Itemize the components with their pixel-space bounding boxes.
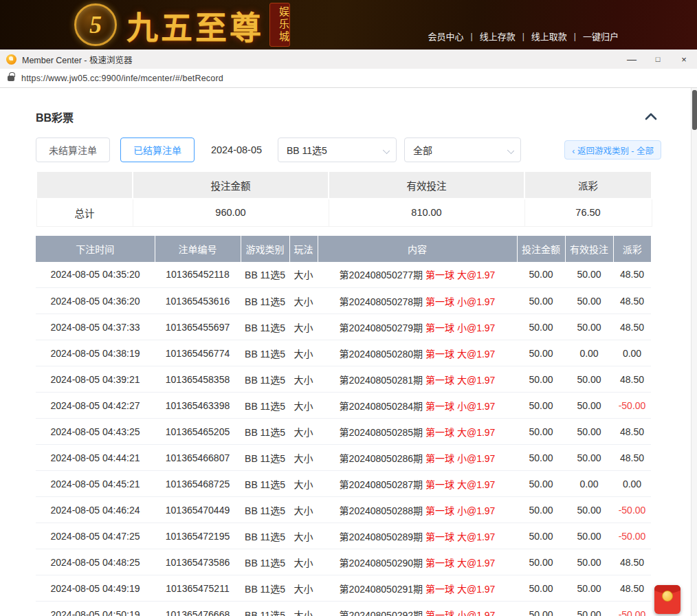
game-select-value: BB 11选5 bbox=[287, 143, 327, 157]
gold-coin-icon bbox=[662, 591, 673, 602]
cell-bet: 50.00 bbox=[517, 393, 565, 419]
cell-content: 第202408050281期第一球 大@1.97 bbox=[318, 366, 517, 393]
cell-time: 2024-08-05 04:44:21 bbox=[36, 445, 155, 471]
cell-valid: 50.00 bbox=[565, 314, 613, 340]
scrollbar-track[interactable] bbox=[691, 88, 697, 616]
cell-bet: 50.00 bbox=[517, 419, 565, 445]
cell-bet: 50.00 bbox=[517, 262, 565, 288]
cell-valid: 50.00 bbox=[565, 575, 613, 602]
cell-time: 2024-08-05 04:38:19 bbox=[36, 340, 155, 366]
nav-online-withdraw[interactable]: 线上取款 bbox=[531, 30, 567, 43]
settled-bets-button[interactable]: 已结算注单 bbox=[120, 138, 195, 162]
cell-order_id: 101365465205 bbox=[155, 419, 241, 445]
cell-time: 2024-08-05 04:47:25 bbox=[36, 523, 155, 549]
cell-bet: 50.00 bbox=[517, 445, 565, 471]
cell-bet: 50.00 bbox=[517, 314, 565, 340]
lock-icon bbox=[8, 76, 14, 81]
cell-play: 大小 bbox=[289, 419, 318, 445]
cell-time: 2024-08-05 04:50:19 bbox=[36, 602, 155, 616]
red-envelope-icon[interactable] bbox=[654, 585, 681, 614]
pick-text: 第一球 大@1.97 bbox=[425, 375, 495, 386]
table-row: 2024-08-05 04:42:27101365463398BB 11选5大小… bbox=[36, 393, 651, 419]
summary-header-payout: 派彩 bbox=[524, 171, 652, 199]
cell-payout: 48.50 bbox=[613, 549, 651, 575]
cell-game: BB 11选5 bbox=[241, 471, 289, 497]
cell-payout: 48.50 bbox=[613, 262, 651, 288]
cell-payout: 48.50 bbox=[613, 445, 651, 471]
cell-play: 大小 bbox=[289, 393, 318, 419]
cell-game: BB 11选5 bbox=[241, 602, 289, 616]
cell-bet: 50.00 bbox=[517, 366, 565, 393]
browser-urlbar[interactable]: https://www.jw05.cc:9900/infe/mcenter/#/… bbox=[0, 69, 697, 88]
cell-time: 2024-08-05 04:46:24 bbox=[36, 497, 155, 523]
cell-bet: 50.00 bbox=[517, 288, 565, 314]
back-to-category-button[interactable]: ‹ 返回游戏类别 - 全部 bbox=[564, 140, 661, 160]
table-row: 2024-08-05 04:35:20101365452118BB 11选5大小… bbox=[36, 262, 651, 288]
top-nav: 会员中心 | 线上存款 | 线上取款 | 一键归户 bbox=[428, 30, 619, 43]
nav-separator: | bbox=[522, 32, 524, 41]
scope-select-value: 全部 bbox=[413, 143, 432, 157]
bet-table: 下注时间注单编号游戏类别玩法内容投注金额有效投注派彩 2024-08-05 04… bbox=[36, 236, 651, 616]
cell-bet: 50.00 bbox=[517, 523, 565, 549]
scrollbar-thumb[interactable] bbox=[692, 90, 697, 130]
summary-total-label: 总计 bbox=[36, 199, 133, 226]
unsettled-bets-button[interactable]: 未结算注单 bbox=[36, 138, 110, 162]
summary-header-blank bbox=[36, 171, 133, 199]
url-text[interactable]: https://www.jw05.cc:9900/infe/mcenter/#/… bbox=[21, 74, 223, 83]
period-text: 第202408050290期 bbox=[340, 558, 423, 569]
cell-payout: 48.50 bbox=[613, 288, 651, 314]
table-row: 2024-08-05 04:50:19101365476668BB 11选5大小… bbox=[36, 602, 651, 616]
table-row: 2024-08-05 04:38:19101365456774BB 11选5大小… bbox=[36, 340, 651, 366]
column-header: 派彩 bbox=[613, 236, 651, 262]
table-row: 2024-08-05 04:47:25101365472195BB 11选5大小… bbox=[36, 523, 651, 549]
site-banner: 5 九五至尊 娱乐城 会员中心 | 线上存款 | 线上取款 | 一键归户 bbox=[0, 0, 697, 50]
cell-content: 第202408050291期第一球 大@1.97 bbox=[318, 575, 517, 602]
summary-bet-amount: 960.00 bbox=[133, 199, 329, 226]
cell-payout: 0.00 bbox=[613, 471, 651, 497]
cell-content: 第202408050279期第一球 小@1.97 bbox=[318, 314, 517, 340]
cell-payout: -50.00 bbox=[613, 497, 651, 523]
cell-order_id: 101365458358 bbox=[155, 366, 241, 393]
period-text: 第202408050284期 bbox=[340, 401, 423, 412]
nav-online-deposit[interactable]: 线上存款 bbox=[480, 30, 516, 43]
logo-text: 九五至尊 bbox=[126, 2, 264, 47]
minimize-button[interactable]: — bbox=[619, 50, 645, 69]
cell-bet: 50.00 bbox=[517, 471, 565, 497]
cell-valid: 50.00 bbox=[565, 262, 613, 288]
panel-title: BB彩票 bbox=[36, 109, 74, 125]
table-row: 2024-08-05 04:39:21101365458358BB 11选5大小… bbox=[36, 366, 651, 393]
cell-bet: 50.00 bbox=[517, 549, 565, 575]
cell-game: BB 11选5 bbox=[241, 523, 289, 549]
cell-valid: 50.00 bbox=[565, 288, 613, 314]
cell-play: 大小 bbox=[289, 575, 318, 602]
browser-titlebar: Member Center - 极速浏览器 — □ × bbox=[0, 50, 697, 69]
date-picker[interactable]: 2024-08-05 bbox=[206, 144, 267, 155]
bet-table-body: 2024-08-05 04:35:20101365452118BB 11选5大小… bbox=[36, 262, 651, 616]
game-select[interactable]: BB 11选5 bbox=[278, 138, 397, 162]
cell-game: BB 11选5 bbox=[241, 393, 289, 419]
column-header: 内容 bbox=[318, 236, 517, 262]
cell-time: 2024-08-05 04:35:20 bbox=[36, 262, 155, 288]
period-text: 第202408050292期 bbox=[340, 610, 423, 616]
column-header: 投注金额 bbox=[517, 236, 565, 262]
pick-text: 第一球 小@1.97 bbox=[425, 610, 495, 616]
scope-select[interactable]: 全部 bbox=[404, 138, 521, 162]
nav-one-key-transfer[interactable]: 一键归户 bbox=[583, 30, 619, 43]
bet-record-page: BB彩票 未结算注单 已结算注单 2024-08-05 BB 11选5 全部 ‹… bbox=[0, 88, 697, 616]
cell-content: 第202408050277期第一球 大@1.97 bbox=[318, 262, 517, 288]
column-header: 下注时间 bbox=[36, 236, 155, 262]
chevron-down-icon bbox=[383, 147, 390, 154]
pick-text: 第一球 大@1.97 bbox=[425, 531, 495, 542]
nav-separator: | bbox=[574, 32, 576, 41]
cell-payout: 48.50 bbox=[613, 419, 651, 445]
collapse-chevron-up-icon[interactable] bbox=[641, 109, 661, 124]
close-button[interactable]: × bbox=[671, 50, 697, 69]
nav-member-center[interactable]: 会员中心 bbox=[428, 30, 464, 43]
cell-payout: -50.00 bbox=[613, 602, 651, 616]
period-text: 第202408050277期 bbox=[340, 270, 423, 280]
maximize-button[interactable]: □ bbox=[645, 50, 671, 69]
summary-total-row: 总计 960.00 810.00 76.50 bbox=[36, 199, 652, 226]
cell-payout: -50.00 bbox=[613, 523, 651, 549]
cell-valid: 50.00 bbox=[565, 393, 613, 419]
cell-game: BB 11选5 bbox=[241, 497, 289, 523]
